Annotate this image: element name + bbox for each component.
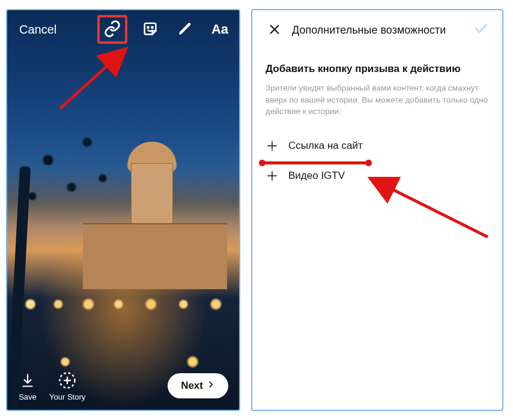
save-label: Save xyxy=(19,392,37,401)
close-button[interactable] xyxy=(266,21,284,39)
draw-button[interactable] xyxy=(173,17,197,41)
story-top-toolbar: Cancel xyxy=(7,10,239,49)
options-title: Дополнительные возможности xyxy=(292,24,465,37)
plus-icon xyxy=(266,139,279,152)
link-button[interactable] xyxy=(97,15,127,44)
your-story-label: Your Story xyxy=(49,392,85,401)
save-group[interactable]: Save xyxy=(18,371,37,401)
options-header: Дополнительные возможности xyxy=(266,21,489,52)
sticker-icon xyxy=(142,20,159,39)
option-label: Видео IGTV xyxy=(288,170,345,182)
option-label: Ссылка на сайт xyxy=(288,140,363,152)
text-icon: Aa xyxy=(211,22,228,37)
your-story-group[interactable]: Your Story xyxy=(49,371,85,401)
confirm-check-icon[interactable] xyxy=(473,21,489,39)
link-icon xyxy=(103,20,121,40)
text-button[interactable]: Aa xyxy=(208,17,232,41)
cta-section-title: Добавить кнопку призыва к действию xyxy=(266,63,489,75)
option-website-link[interactable]: Ссылка на сайт xyxy=(266,131,489,161)
photo-string-lights xyxy=(7,292,239,316)
option-igtv-video[interactable]: Видео IGTV xyxy=(266,161,489,191)
sticker-button[interactable] xyxy=(138,17,162,41)
draw-icon xyxy=(177,21,193,38)
story-bottom-toolbar: Save Your Story Next xyxy=(7,362,239,410)
cta-section-description: Зрители увидят выбранный вами контент, к… xyxy=(266,82,489,118)
story-editor-panel: Cancel xyxy=(6,9,240,411)
chevron-right-icon xyxy=(207,380,215,392)
top-actions-group: Aa xyxy=(97,15,232,44)
download-icon xyxy=(18,371,37,390)
next-label: Next xyxy=(181,380,203,392)
plus-icon xyxy=(266,169,279,182)
more-options-panel: Дополнительные возможности Добавить кноп… xyxy=(251,9,503,411)
next-button[interactable]: Next xyxy=(168,373,228,398)
cancel-button[interactable]: Cancel xyxy=(14,19,93,40)
your-story-icon xyxy=(58,371,77,390)
svg-point-1 xyxy=(151,26,153,28)
annotation-underline-website xyxy=(261,161,369,164)
svg-point-0 xyxy=(147,26,148,28)
close-icon xyxy=(268,23,281,38)
